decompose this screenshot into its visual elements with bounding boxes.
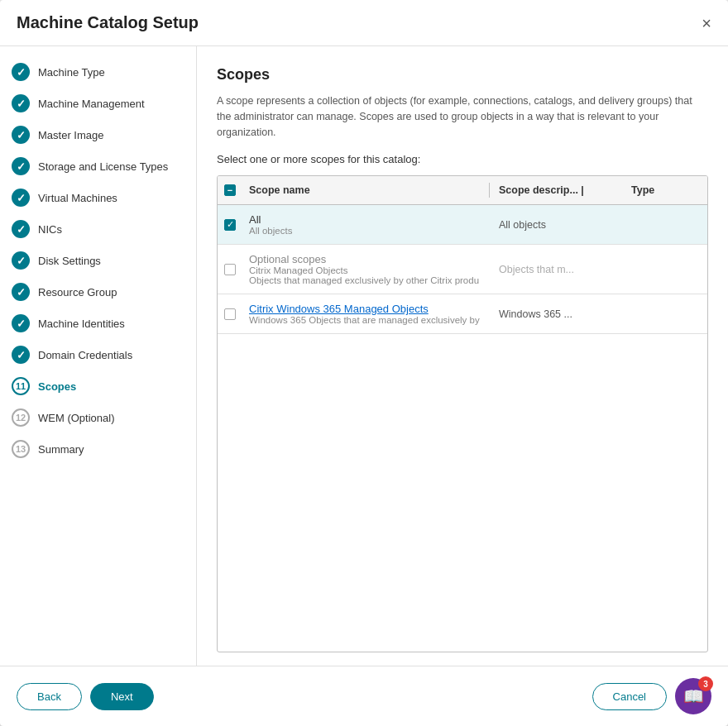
table-row: Optional scopes Citrix Managed Objects O… [218,245,707,294]
sidebar-item-domain-credentials[interactable]: ✓Domain Credentials [0,339,196,370]
dialog-header: Machine Catalog Setup × [0,0,728,46]
scope-desc-all: All objects [492,219,625,231]
scope-info-all: All All objects [242,210,489,239]
sidebar-item-master-image[interactable]: ✓Master Image [0,119,196,150]
step-icon-9: ✓ [12,314,30,332]
sidebar-item-wem-(optional)[interactable]: 12WEM (Optional) [0,402,196,433]
step-icon-13: 13 [12,440,30,458]
sidebar-item-label: Machine Identities [38,318,125,330]
sidebar-item-label: Resource Group [38,286,117,299]
header-checkbox[interactable]: − [218,184,242,196]
col-header-scope-name: Scope name [242,184,489,196]
table-header: − Scope name Scope descrip... | Type [218,176,707,205]
row-checkbox-optional[interactable] [218,264,242,275]
step-icon-2: ✓ [12,94,30,112]
sidebar-item-label: Virtual Machines [38,192,117,204]
step-icon-4: ✓ [12,157,30,175]
table-row: Citrix Windows 365 Managed Objects Windo… [218,294,707,334]
step-icon-6: ✓ [12,220,30,238]
scope-info-win365: Citrix Windows 365 Managed Objects Windo… [242,299,489,328]
scope-instruction: Select one or more scopes for this catal… [217,153,708,165]
main-content: Scopes A scope represents a collection o… [197,46,728,666]
scope-sub-optional-2: Objects that managed exclusively by othe… [249,275,482,285]
sidebar-item-label: Machine Management [38,98,145,110]
scope-name-all: All [249,213,482,226]
step-icon-7: ✓ [12,251,30,270]
sidebar-item-resource-group[interactable]: ✓Resource Group [0,276,196,308]
row-checkbox-win365[interactable] [218,308,242,320]
sidebar-item-label: Summary [38,443,84,456]
sidebar-item-label: NICs [38,223,62,236]
sidebar-item-label: Scopes [38,380,76,393]
step-icon-1: ✓ [12,63,30,81]
header-checkbox-icon[interactable]: − [224,184,236,196]
cancel-button[interactable]: Cancel [592,683,667,710]
sidebar-item-storage-and-license-types[interactable]: ✓Storage and License Types [0,150,196,182]
next-button[interactable]: Next [90,683,154,710]
sidebar-item-machine-type[interactable]: ✓Machine Type [0,56,196,88]
sidebar-item-machine-management[interactable]: ✓Machine Management [0,88,196,119]
scope-name-optional: Optional scopes [249,253,482,265]
scope-sub-optional-1: Citrix Managed Objects [249,265,482,275]
scope-desc-win365: Windows 365 ... [492,308,625,320]
step-icon-8: ✓ [12,283,30,301]
step-icon-5: ✓ [12,189,30,207]
scope-table: − Scope name Scope descrip... | Type ✓ [217,175,708,652]
scope-name-win365[interactable]: Citrix Windows 365 Managed Objects [249,303,482,315]
row-checkbox-all[interactable]: ✓ [218,219,242,231]
close-button[interactable]: × [702,15,711,31]
checkbox-icon-win365[interactable] [224,308,236,320]
sidebar-item-disk-settings[interactable]: ✓Disk Settings [0,245,196,276]
scope-sub-all: All objects [249,226,482,236]
col-header-type: Type [625,184,707,196]
sidebar-item-virtual-machines[interactable]: ✓Virtual Machines [0,182,196,213]
sidebar-item-label: Master Image [38,129,103,141]
sidebar: ✓Machine Type✓Machine Management✓Master … [0,46,197,666]
step-icon-11: 11 [12,377,30,395]
step-icon-3: ✓ [12,126,30,144]
footer-left-actions: Back Next [17,683,154,710]
sidebar-item-label: Domain Credentials [38,349,132,361]
notification-button[interactable]: 📖 3 [675,678,711,714]
section-title: Scopes [217,66,708,84]
machine-catalog-setup-dialog: Machine Catalog Setup × ✓Machine Type✓Ma… [0,0,728,726]
sidebar-item-label: Disk Settings [38,255,101,267]
footer-right-actions: Cancel 📖 3 [592,678,711,714]
back-button[interactable]: Back [17,683,82,710]
sidebar-item-scopes[interactable]: 11Scopes [0,370,196,402]
dialog-footer: Back Next Cancel 📖 3 [0,666,728,726]
checkbox-icon-optional[interactable] [224,264,236,275]
dialog-body: ✓Machine Type✓Machine Management✓Master … [0,46,728,666]
sidebar-item-label: Machine Type [38,66,105,79]
scope-desc-optional: Objects that m... [492,264,625,275]
sidebar-item-machine-identities[interactable]: ✓Machine Identities [0,308,196,339]
scope-sub-win365: Windows 365 Objects that are managed exc… [249,315,482,325]
sidebar-item-nics[interactable]: ✓NICs [0,213,196,245]
dialog-title: Machine Catalog Setup [17,13,199,32]
col-header-scope-desc: Scope descrip... | [492,184,625,196]
sidebar-item-label: Storage and License Types [38,160,168,173]
col-divider-1 [489,183,490,198]
table-row: ✓ All All objects All objects [218,205,707,245]
checkbox-icon-all[interactable]: ✓ [224,219,236,231]
scope-info-optional: Optional scopes Citrix Managed Objects O… [242,250,489,289]
step-icon-12: 12 [12,408,30,427]
step-icon-10: ✓ [12,346,30,364]
notification-badge: 3 [698,676,713,691]
section-description: A scope represents a collection of objec… [217,93,708,140]
sidebar-item-label: WEM (Optional) [38,412,114,424]
sidebar-item-summary[interactable]: 13Summary [0,433,196,465]
